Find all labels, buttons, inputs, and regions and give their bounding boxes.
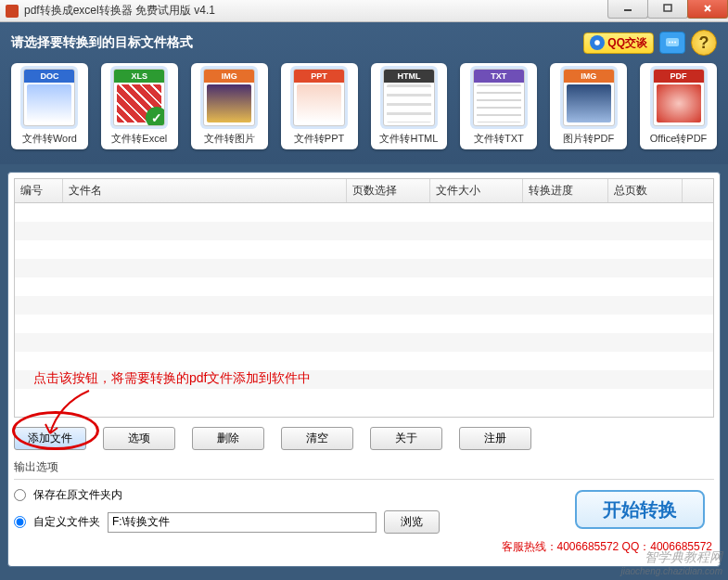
- annotation-text: 点击该按钮，将需要转换的pdf文件添加到软件中: [33, 370, 311, 387]
- minimize-button[interactable]: [607, 0, 648, 19]
- tile-label: 文件转Excel: [111, 132, 167, 146]
- watermark: 智学典教程网 jiaocheng.chazidian.com: [620, 549, 722, 576]
- format-tile-3[interactable]: PPT 文件转PPT: [281, 63, 358, 149]
- maximize-button[interactable]: [647, 0, 688, 19]
- tile-icon: XLS ✓: [113, 69, 165, 126]
- col-name[interactable]: 文件名: [63, 179, 347, 202]
- svg-point-5: [674, 42, 676, 44]
- action-button-row: 添加文件 选项 删除 清空 关于 注册: [14, 427, 714, 450]
- table-body: 点击该按钮，将需要转换的pdf文件添加到软件中: [15, 203, 713, 417]
- format-tile-1[interactable]: XLS ✓ 文件转Excel: [101, 63, 178, 149]
- close-button[interactable]: [687, 0, 728, 19]
- format-tile-0[interactable]: DOC 文件转Word: [11, 63, 88, 149]
- options-button[interactable]: 选项: [103, 427, 175, 450]
- main-panel: 编号文件名页数选择文件大小转换进度总页数 点击该按钮，将需要转换的pdf文件添加…: [7, 172, 721, 567]
- col-size[interactable]: 文件大小: [430, 179, 523, 202]
- col-pages[interactable]: 页数选择: [347, 179, 430, 202]
- save-same-label: 保存在原文件夹内: [33, 487, 122, 503]
- tile-label: 文件转PPT: [294, 132, 344, 146]
- col-prog[interactable]: 转换进度: [523, 179, 608, 202]
- svg-point-3: [669, 42, 671, 44]
- custom-folder-label: 自定义文件夹: [33, 514, 100, 530]
- qq-chat-button[interactable]: QQ交谈: [583, 32, 654, 54]
- register-button[interactable]: 注册: [459, 427, 531, 450]
- tile-icon: HTML: [383, 69, 435, 126]
- svg-point-4: [671, 42, 673, 44]
- start-convert-button[interactable]: 开始转换: [575, 490, 705, 529]
- output-path-input[interactable]: [108, 512, 377, 533]
- help-button[interactable]: ?: [691, 30, 717, 56]
- tile-icon: IMG: [203, 69, 255, 126]
- format-tile-6[interactable]: IMG 图片转PDF: [550, 63, 627, 149]
- tile-icon: IMG: [563, 69, 615, 126]
- tile-icon: TXT: [473, 69, 525, 126]
- tile-icon: DOC: [23, 69, 75, 126]
- tile-icon: PDF: [653, 69, 705, 126]
- clear-button[interactable]: 清空: [281, 427, 353, 450]
- tile-label: 图片转PDF: [563, 132, 614, 146]
- file-table: 编号文件名页数选择文件大小转换进度总页数 点击该按钮，将需要转换的pdf文件添加…: [14, 178, 714, 418]
- tile-icon: PPT: [293, 69, 345, 126]
- delete-button[interactable]: 删除: [192, 427, 264, 450]
- add-file-button[interactable]: 添加文件: [14, 427, 86, 450]
- custom-folder-option[interactable]: 自定义文件夹: [14, 514, 100, 530]
- title-bar: pdf转换成excel转换器 免费试用版 v4.1: [0, 0, 728, 22]
- format-tile-2[interactable]: IMG 文件转图片: [191, 63, 268, 149]
- format-tile-row: DOC 文件转Word XLS ✓ 文件转Excel IMG 文件转图片 PPT…: [11, 63, 717, 149]
- table-header: 编号文件名页数选择文件大小转换进度总页数: [15, 179, 713, 203]
- app-icon: [6, 5, 19, 18]
- format-tile-7[interactable]: PDF Office转PDF: [640, 63, 717, 149]
- qq-label: QQ交谈: [607, 35, 647, 51]
- browse-button[interactable]: 浏览: [384, 510, 440, 534]
- tile-label: Office转PDF: [650, 132, 708, 146]
- qq-icon: [590, 35, 605, 50]
- tile-label: 文件转Word: [22, 132, 77, 146]
- col-total[interactable]: 总页数: [608, 179, 683, 202]
- window-title: pdf转换成excel转换器 免费试用版 v4.1: [24, 3, 215, 19]
- format-tile-5[interactable]: TXT 文件转TXT: [460, 63, 537, 149]
- svg-rect-1: [664, 5, 671, 11]
- format-tile-4[interactable]: HTML 文件转HTML: [371, 63, 448, 149]
- save-same-radio[interactable]: [14, 489, 26, 501]
- tile-label: 文件转TXT: [474, 132, 524, 146]
- message-button[interactable]: [659, 32, 685, 54]
- custom-folder-radio[interactable]: [14, 516, 26, 528]
- instruction-label: 请选择要转换到的目标文件格式: [11, 34, 193, 51]
- col-num[interactable]: 编号: [15, 179, 63, 202]
- output-section-label: 输出选项: [14, 459, 714, 480]
- about-button[interactable]: 关于: [370, 427, 442, 450]
- tile-label: 文件转图片: [204, 132, 255, 146]
- header-band: 请选择要转换到的目标文件格式 QQ交谈 ? DOC 文件转Word XLS ✓ …: [0, 22, 728, 164]
- tile-label: 文件转HTML: [379, 132, 438, 146]
